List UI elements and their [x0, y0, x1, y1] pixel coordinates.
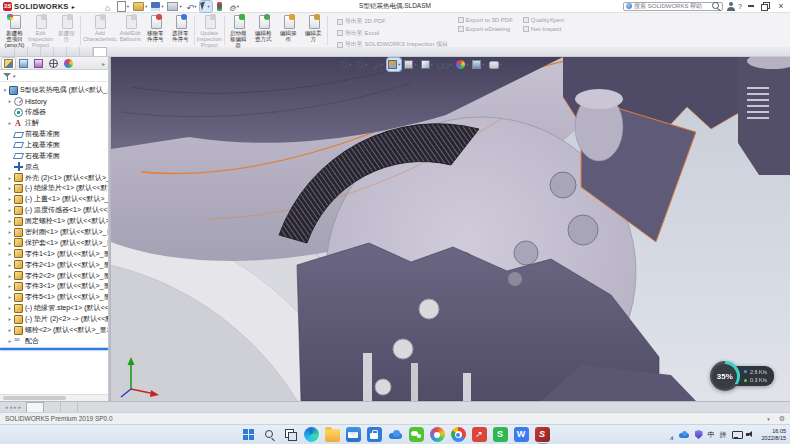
tab-scroll-right-icon[interactable] [19, 404, 22, 410]
quick-access-button[interactable] [228, 1, 240, 12]
panel-tab[interactable] [2, 58, 15, 69]
taskbar-app-icon[interactable] [283, 427, 298, 442]
tray-icon[interactable] [679, 431, 690, 438]
taskbar-app-icon[interactable] [388, 427, 403, 442]
ribbon-button[interactable]: 选择零 件序号 [168, 14, 193, 43]
taskbar-app-icon[interactable] [493, 427, 508, 442]
quick-access-button[interactable] [102, 1, 114, 12]
heads-up-button[interactable] [355, 58, 369, 71]
export-menu-item[interactable]: 导出至 2D PDF [337, 17, 448, 26]
ribbon-tab[interactable] [67, 47, 80, 56]
expand-arrow-icon[interactable] [7, 273, 13, 279]
taskbar-app-icon[interactable] [409, 427, 424, 442]
ribbon-button[interactable]: 编辑检 查方式 [251, 14, 276, 43]
taskbar-app-icon[interactable] [304, 427, 319, 442]
expand-arrow-icon[interactable] [7, 218, 13, 224]
ribbon-tab[interactable] [54, 47, 67, 56]
export-menu-item[interactable]: Net-Inspect [523, 26, 564, 32]
ribbon-button[interactable]: Add/Edit Balloons [118, 14, 143, 43]
heads-up-button[interactable] [420, 58, 434, 71]
tree-item[interactable]: 前视基准面 [0, 129, 108, 140]
tree-item[interactable]: 固定螺栓<1> (默认<<默认>_显示 [0, 216, 108, 227]
expand-arrow-icon[interactable] [7, 229, 13, 235]
help-search-box[interactable] [623, 2, 723, 11]
taskbar-app-icon[interactable] [346, 427, 361, 442]
quick-access-button[interactable] [166, 1, 182, 12]
tree-item[interactable]: (-) 绝缘垫片<1> (默认<<默认>_显 [0, 183, 108, 194]
expand-arrow-icon[interactable] [7, 305, 13, 311]
export-menu-item[interactable]: QualityXpert [523, 17, 564, 23]
tree-item[interactable]: (-) 垫片 (2)<2> -> (默认<<默认> [0, 314, 108, 325]
expand-arrow-icon[interactable] [7, 98, 13, 104]
tray-icon[interactable]: 拼 [720, 430, 727, 440]
tree-item[interactable]: 螺栓<2> (默认<<默认>_显示状态 [0, 325, 108, 336]
taskbar-app-icon[interactable] [430, 427, 445, 442]
document-tab[interactable] [26, 402, 44, 412]
expand-arrow-icon[interactable] [2, 87, 8, 93]
tree-item[interactable]: S型铠装热电偶 (默认<默认_显示状态-1> [0, 85, 108, 96]
heads-up-button[interactable] [455, 58, 469, 71]
document-tab[interactable] [61, 402, 78, 412]
tree-item[interactable]: 配合 [0, 335, 108, 346]
tree-item[interactable]: 密封圈<1> (默认<<默认>_显示状 [0, 227, 108, 238]
expand-arrow-icon[interactable] [7, 316, 13, 322]
ribbon-tab[interactable] [15, 47, 28, 56]
tree-item[interactable]: 传感器 [0, 107, 108, 118]
panel-tab[interactable] [17, 58, 30, 69]
tree-item[interactable]: 右视基准面 [0, 150, 108, 161]
panel-tab[interactable] [62, 58, 75, 69]
tree-item[interactable]: 外壳 (2)<1> (默认<<默认>_显示状 [0, 172, 108, 183]
document-tab[interactable] [44, 402, 61, 412]
tray-icon[interactable] [732, 431, 741, 439]
quick-access-button[interactable] [150, 1, 164, 12]
heads-up-button[interactable] [371, 58, 385, 71]
performance-widget[interactable]: 35% 2.6 K/s 0.3 K/s [710, 361, 774, 391]
taskbar-app-icon[interactable] [262, 427, 277, 442]
ribbon-button[interactable]: 移除零 件序号 [143, 14, 168, 43]
tree-item[interactable]: (-) 温度传感器<1> (默认<<默认>_ [0, 205, 108, 216]
panel-tab[interactable] [47, 58, 60, 69]
quick-access-button[interactable] [132, 1, 148, 12]
search-input[interactable] [634, 3, 710, 9]
tree-item[interactable]: 上视基准面 [0, 139, 108, 150]
tray-icon[interactable] [746, 431, 755, 439]
solidworks-logo[interactable]: 3S SOLIDWORKS [0, 0, 72, 12]
export-menu-item[interactable]: Export eDrawing [458, 26, 513, 32]
ribbon-tab[interactable] [41, 47, 54, 56]
restore-button[interactable] [760, 1, 772, 11]
status-gear-icon[interactable] [779, 415, 785, 423]
taskbar-app-icon[interactable] [241, 427, 256, 442]
quick-access-button[interactable] [185, 1, 198, 12]
ribbon-tab[interactable] [28, 47, 41, 56]
expand-arrow-icon[interactable] [7, 262, 13, 268]
tree-item[interactable]: 零件2<1> (默认<<默认>_显示状态 [0, 259, 108, 270]
expand-arrow-icon[interactable] [7, 338, 13, 344]
taskbar-app-icon[interactable] [325, 429, 340, 442]
cpu-ring[interactable]: 35% [710, 361, 740, 391]
3d-model-scene[interactable] [111, 57, 790, 401]
tab-scroll-right-icon[interactable] [14, 404, 17, 410]
tree-item[interactable]: 保护套<1> (默认<<默认>_显示状 [0, 237, 108, 248]
ribbon-button[interactable]: 新建报 告 [54, 14, 79, 43]
close-button[interactable] [775, 1, 787, 11]
expand-arrow-icon[interactable] [7, 294, 13, 300]
user-account-icon[interactable] [726, 2, 735, 11]
taskbar-clock[interactable]: 16:05 2022/8/15 [762, 428, 786, 441]
scrollbar-thumb[interactable] [3, 396, 66, 400]
tree-item[interactable]: 注解 [0, 118, 108, 129]
tree-item[interactable]: (-) 绝缘管.step<1> (默认<<默认> [0, 303, 108, 314]
tree-item[interactable]: 零件3<1> (默认<<默认>_显示状态 [0, 281, 108, 292]
export-menu-item[interactable]: 导出至 SOLIDWORKS Inspection 项目 [337, 40, 448, 49]
expand-arrow-icon[interactable] [7, 207, 13, 213]
heads-up-button[interactable] [339, 58, 353, 71]
panel-tab-overflow-icon[interactable] [102, 60, 105, 67]
rollback-bar[interactable] [0, 348, 108, 350]
tree-item[interactable]: 零件2<2> (默认<<默认>_显示状态 [0, 270, 108, 281]
export-menu-item[interactable]: Export to 3D PDF [458, 17, 513, 23]
expand-arrow-icon[interactable] [7, 196, 13, 202]
tree-item[interactable]: 零件5<1> (默认<<默认>_显示状态 [0, 292, 108, 303]
ribbon-button[interactable]: Update Inspection Project [196, 14, 223, 49]
tree-item[interactable]: (-) 上盖<1> (默认<<默认>_显示状 [0, 194, 108, 205]
heads-up-button[interactable] [387, 58, 401, 71]
tree-item[interactable]: 原点 [0, 161, 108, 172]
